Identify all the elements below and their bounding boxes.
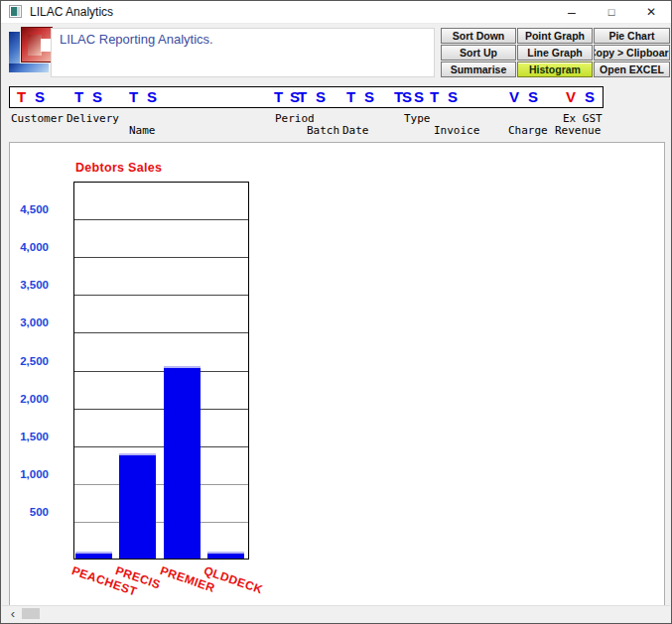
bar-qlddeck bbox=[207, 552, 244, 559]
gridline-500 bbox=[74, 522, 248, 523]
ytick-label-4000: 4,000 bbox=[3, 241, 49, 253]
horizontal-scrollbar[interactable]: ‹ bbox=[2, 605, 670, 621]
ytick-label-3000: 3,000 bbox=[3, 316, 49, 328]
chart-title: Debtors Sales bbox=[75, 161, 162, 175]
gridline-1000 bbox=[74, 484, 248, 485]
gridline-4500 bbox=[74, 219, 248, 220]
ytick-label-2500: 2,500 bbox=[3, 355, 49, 367]
gridline-3000 bbox=[74, 332, 248, 333]
gridline-2000 bbox=[74, 409, 248, 410]
gridline-4000 bbox=[74, 257, 248, 258]
ytick-label-500: 500 bbox=[3, 506, 49, 518]
ytick-label-1500: 1,500 bbox=[3, 431, 49, 442]
bar-peachest bbox=[75, 552, 112, 559]
scrollbar-thumb[interactable] bbox=[22, 608, 40, 619]
gridline-1500 bbox=[74, 446, 248, 447]
ytick-label-3500: 3,500 bbox=[3, 279, 49, 291]
chart-layer: Debtors Sales5001,0001,5002,0002,5003,00… bbox=[1, 1, 671, 623]
ytick-label-4500: 4,500 bbox=[3, 203, 49, 215]
ytick-label-1000: 1,000 bbox=[3, 468, 49, 480]
bar-premier bbox=[164, 366, 201, 559]
app-window: LILAC Analytics – □ ✕ LILAC Reporting An… bbox=[0, 0, 672, 624]
scroll-left-icon[interactable]: ‹ bbox=[6, 606, 20, 620]
ytick-label-2000: 2,000 bbox=[3, 393, 49, 405]
gridline-3500 bbox=[74, 295, 248, 296]
gridline-2500 bbox=[74, 371, 248, 372]
bar-precis bbox=[119, 453, 156, 559]
